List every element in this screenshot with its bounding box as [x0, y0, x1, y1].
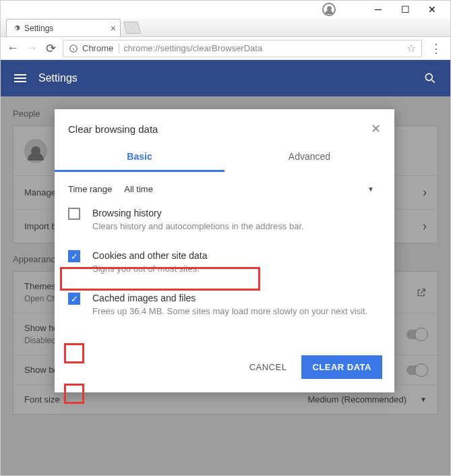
dialog-title: Clear browsing data — [68, 123, 158, 135]
dialog-close-button[interactable]: ✕ — [371, 121, 381, 136]
option-cookies[interactable]: ✓ Cookies and other site data Signs you … — [64, 241, 385, 283]
back-button[interactable]: ← — [6, 41, 20, 55]
checkbox-browsing-history[interactable] — [68, 208, 80, 220]
profile-icon[interactable] — [322, 3, 336, 16]
hamburger-icon[interactable] — [14, 74, 26, 82]
timerange-row: Time range All time ▼ — [64, 180, 385, 198]
search-icon[interactable] — [423, 71, 437, 85]
page-title: Settings — [38, 72, 78, 84]
url-text: chrome://settings/clearBrowserData — [123, 43, 262, 53]
settings-content: People Sign in to get your bookmarks, hi… — [1, 96, 450, 475]
bookmark-star-icon[interactable]: ☆ — [407, 42, 416, 55]
tab-title: Settings — [24, 24, 53, 33]
dialog-tabs: Basic Advanced — [55, 143, 394, 172]
chrome-menu-button[interactable]: ⋮ — [427, 41, 445, 56]
option-browsing-history[interactable]: Browsing history Clears history and auto… — [64, 198, 385, 241]
forward-button[interactable]: → — [25, 41, 38, 55]
address-bar[interactable]: Chrome chrome://settings/clearBrowserDat… — [63, 40, 422, 57]
timerange-select[interactable]: All time ▼ — [124, 184, 381, 194]
checkbox-cookies[interactable]: ✓ — [68, 250, 80, 262]
svg-line-4 — [432, 80, 435, 83]
timerange-label: Time range — [68, 184, 112, 194]
clear-data-button[interactable]: CLEAR DATA — [301, 355, 382, 379]
gear-icon — [12, 24, 20, 32]
tab-advanced[interactable]: Advanced — [224, 143, 394, 172]
new-tab-button[interactable] — [123, 22, 142, 34]
cancel-button[interactable]: CANCEL — [249, 362, 287, 372]
reload-button[interactable]: ⟳ — [44, 41, 57, 56]
checkbox-cache[interactable]: ✓ — [68, 293, 80, 305]
url-scheme: Chrome — [82, 43, 119, 53]
clear-browsing-dialog: Clear browsing data ✕ Basic Advanced Tim… — [55, 109, 394, 392]
browser-tab[interactable]: Settings × — [6, 19, 121, 36]
maximize-button[interactable]: ☐ — [394, 2, 417, 17]
info-icon — [69, 44, 78, 53]
svg-point-3 — [425, 73, 432, 80]
settings-header: Settings — [1, 60, 450, 96]
minimize-button[interactable]: ─ — [367, 2, 390, 17]
window-titlebar: ─ ☐ ✕ — [1, 1, 450, 18]
tab-strip: Settings × — [1, 18, 450, 37]
option-cache[interactable]: ✓ Cached images and files Frees up 36.4 … — [64, 283, 385, 326]
chevron-down-icon: ▼ — [367, 185, 374, 193]
close-window-button[interactable]: ✕ — [421, 2, 444, 17]
tab-basic[interactable]: Basic — [55, 143, 224, 172]
nav-toolbar: ← → ⟳ Chrome chrome://settings/clearBrow… — [1, 37, 450, 60]
tab-close-icon[interactable]: × — [111, 23, 116, 34]
